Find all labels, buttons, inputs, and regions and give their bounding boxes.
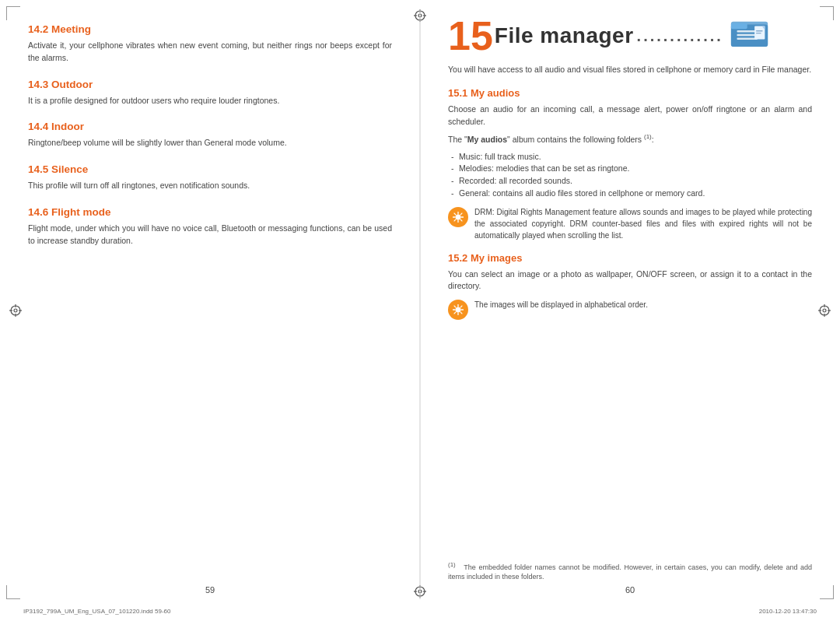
svg-line-41: [460, 213, 462, 215]
svg-rect-32: [756, 30, 763, 31]
section-14-5-body: This profile will turn off all ringtones…: [28, 180, 392, 192]
my-audios-bold: My audios: [467, 135, 507, 144]
chapter-dots: .............: [637, 28, 723, 44]
section-14-5-heading: 14.5 Silence: [28, 163, 392, 175]
chapter-icon: [730, 16, 770, 50]
chapter-intro: You will have access to all audio and vi…: [448, 64, 812, 76]
left-page-number: 59: [205, 585, 215, 595]
section-14-3-body: It is a profile designed for outdoor use…: [28, 95, 392, 107]
section-15-1-body1: Choose an audio for an incoming call, a …: [448, 104, 812, 128]
drm-notice: DRM: Digital Rights Management feature a…: [448, 206, 812, 241]
footnote: (1) The embedded folder names cannot be …: [448, 560, 812, 582]
svg-rect-28: [737, 34, 755, 36]
bullet-general: General: contains all audio files stored…: [448, 188, 812, 200]
section-14-6-body: Flight mode, under which you will have n…: [28, 223, 392, 247]
svg-line-39: [454, 213, 456, 215]
images-notice: The images will be displayed in alphabet…: [448, 299, 812, 320]
footnote-sup: (1): [448, 561, 456, 568]
chapter-heading: 15 File manager .............: [448, 16, 812, 56]
section-15-1-heading: 15.1 My audios: [448, 87, 812, 99]
notice-icon-drm: [448, 207, 468, 227]
right-page-number: 60: [625, 585, 635, 595]
section-15-2-body1: You can select an image or a photo as wa…: [448, 268, 812, 293]
section-14-2-heading: 14.2 Meeting: [28, 23, 392, 35]
section-14-3-heading: 14.3 Outdoor: [28, 79, 392, 90]
svg-line-49: [460, 312, 462, 314]
svg-rect-26: [731, 23, 747, 30]
section-14-6-heading: 14.6 Flight mode: [28, 206, 392, 218]
chapter-title: File manager: [495, 24, 634, 48]
bullet-recorded: Recorded: all recorded sounds.: [448, 175, 812, 188]
svg-rect-29: [737, 38, 757, 40]
bullet-music: Music: full track music.: [448, 151, 812, 163]
section-14-4-heading: 14.4 Indoor: [28, 121, 392, 132]
notice-icon-images: [448, 300, 468, 320]
svg-line-51: [454, 312, 456, 314]
svg-line-50: [460, 306, 462, 307]
svg-point-43: [456, 307, 461, 313]
svg-rect-33: [756, 33, 761, 33]
chapter-number: 15: [448, 16, 493, 56]
section-14-4-body: Ringtone/beep volume will be slightly lo…: [28, 137, 392, 149]
section-15-2-heading: 15.2 My images: [448, 252, 812, 264]
page-spread: 14.2 Meeting Activate it, your cellphone…: [0, 0, 840, 621]
svg-line-40: [460, 219, 462, 221]
images-notice-text: The images will be displayed in alphabet…: [474, 299, 812, 310]
audio-bullet-list: Music: full track music. Melodies: melod…: [448, 151, 812, 200]
footer-filename: IP3192_799A_UM_Eng_USA_07_101220.indd 59…: [23, 608, 170, 615]
svg-line-48: [454, 306, 456, 307]
drm-notice-text: DRM: Digital Rights Management feature a…: [474, 206, 812, 241]
footnote-text: The embedded folder names cannot be modi…: [448, 563, 812, 581]
section-14-2-body: Activate it, your cellphone vibrates whe…: [28, 40, 392, 65]
bullet-melodies: Melodies: melodies that can be set as ri…: [448, 163, 812, 175]
svg-point-34: [456, 214, 461, 219]
svg-line-42: [454, 219, 456, 221]
right-page: 15 File manager .............: [420, 0, 840, 621]
footer-date: 2010-12-20 13:47:30: [759, 608, 817, 615]
left-page: 14.2 Meeting Activate it, your cellphone…: [0, 0, 420, 621]
section-15-1-body2: The "My audios" album contains the follo…: [448, 132, 812, 146]
